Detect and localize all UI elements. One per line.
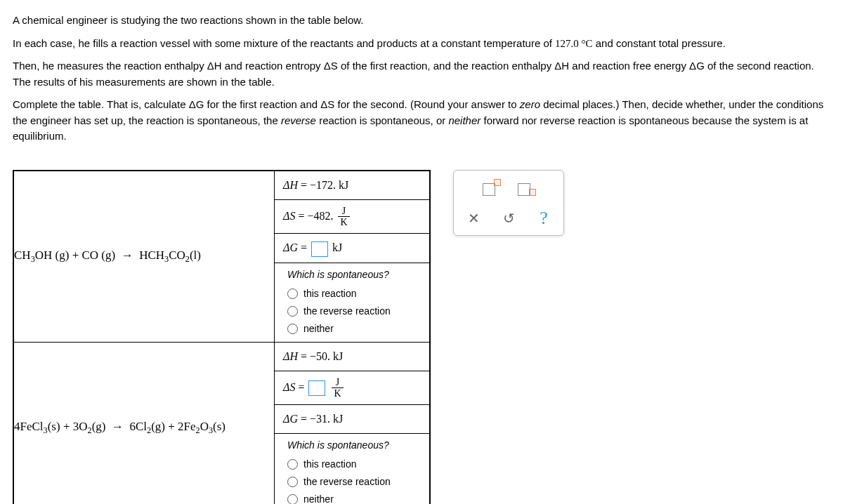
- help-icon: ?: [540, 204, 548, 232]
- reaction-2-data: ΔH = −50. kJ ΔS = JK ΔG = −31. kJ Which …: [275, 342, 431, 504]
- radio-icon: [287, 324, 298, 334]
- superscript-tool[interactable]: [480, 176, 502, 199]
- r1-dG-input[interactable]: [311, 241, 328, 257]
- r1-opt-reverse[interactable]: the reverse reaction: [275, 303, 429, 320]
- r2-dS: ΔS = JK: [275, 371, 429, 406]
- reset-icon: ↺: [503, 208, 515, 229]
- r2-question: Which is spontaneous?: [275, 434, 429, 456]
- reaction-2-equation: 4FeCl3(s) + 3O2(g) → 6Cl2(g) + 2Fe2O3(s): [13, 342, 275, 504]
- r1-question-block: Which is spontaneous? this reaction the …: [275, 263, 429, 342]
- clear-button[interactable]: ✕: [462, 207, 485, 230]
- math-toolbar: ✕ ↺ ?: [453, 170, 564, 236]
- reaction-1-data: ΔH = −172. kJ ΔS = −482. JK ΔG = kJ Whic…: [275, 171, 431, 343]
- r2-question-block: Which is spontaneous? this reaction the …: [275, 434, 429, 504]
- reset-button[interactable]: ↺: [497, 207, 520, 230]
- r1-dS: ΔS = −482. JK: [275, 200, 429, 234]
- r1-dH: ΔH = −172. kJ: [275, 171, 429, 200]
- intro-p1: A chemical engineer is studying the two …: [13, 13, 830, 29]
- r2-opt-this[interactable]: this reaction: [275, 456, 429, 473]
- r2-dH: ΔH = −50. kJ: [275, 343, 429, 371]
- r2-opt-neither[interactable]: neither: [275, 491, 429, 504]
- radio-icon: [287, 459, 298, 470]
- r2-dG: ΔG = −31. kJ: [275, 405, 429, 434]
- intro-p3: Then, he measures the reaction enthalpy …: [13, 58, 830, 90]
- intro-p2: In each case, he fills a reaction vessel…: [13, 36, 830, 52]
- help-button[interactable]: ?: [532, 207, 555, 230]
- r1-dG: ΔG = kJ: [275, 234, 429, 263]
- radio-icon: [287, 306, 298, 317]
- reactions-table: CH3OH (g) + CO (g) → HCH3CO2(l) ΔH = −17…: [13, 170, 431, 505]
- problem-statement: A chemical engineer is studying the two …: [13, 13, 830, 145]
- intro-p4: Complete the table. That is, calculate Δ…: [13, 97, 830, 145]
- r1-opt-neither[interactable]: neither: [275, 320, 429, 342]
- radio-icon: [287, 494, 298, 504]
- r2-opt-reverse[interactable]: the reverse reaction: [275, 473, 429, 491]
- x-icon: ✕: [468, 208, 480, 229]
- radio-icon: [287, 289, 298, 299]
- r2-dS-input[interactable]: [308, 380, 325, 396]
- r1-opt-this[interactable]: this reaction: [275, 285, 429, 303]
- radio-icon: [287, 477, 298, 487]
- r1-question: Which is spontaneous?: [275, 263, 429, 285]
- reaction-1-equation: CH3OH (g) + CO (g) → HCH3CO2(l): [13, 171, 275, 343]
- subscript-tool[interactable]: [515, 176, 537, 199]
